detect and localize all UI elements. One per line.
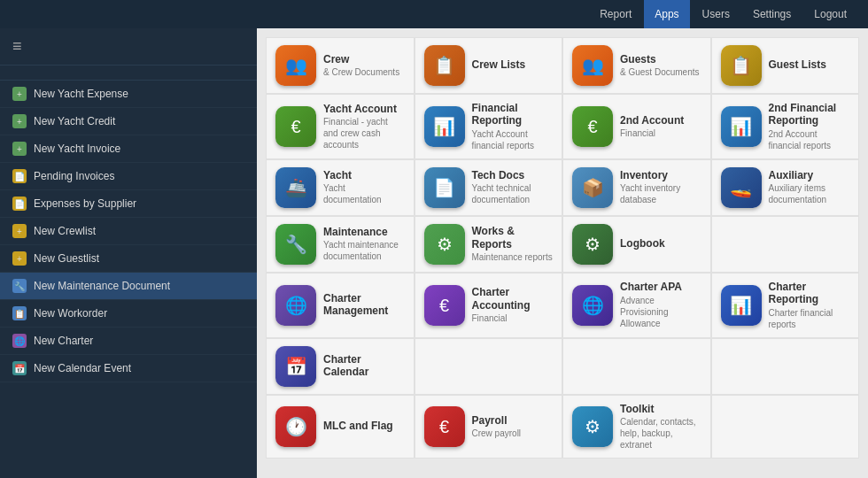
new-workorder-icon: 📋 bbox=[12, 306, 27, 320]
sidebar-item-new-yacht-expense[interactable]: + New Yacht Expense bbox=[0, 81, 257, 108]
app-item[interactable]: 📦 Inventory Yacht inventory database bbox=[562, 159, 711, 216]
app-icon-guests: 👥 bbox=[572, 45, 613, 86]
app-item[interactable]: € Payroll Crew payroll bbox=[415, 395, 563, 459]
app-text: Charter Calendar bbox=[323, 353, 405, 380]
app-icon-maintenance: 🔧 bbox=[275, 224, 316, 265]
app-icon-mlc-and-flag: 🕐 bbox=[275, 406, 316, 447]
new-maintenance-doc-icon: 🔧 bbox=[12, 279, 27, 293]
app-desc: Financial bbox=[620, 127, 701, 139]
app-item[interactable]: ⚙ Works & Reports Maintenance reports bbox=[415, 216, 563, 273]
sidebar-item-new-workorder[interactable]: 📋 New Workorder bbox=[0, 300, 257, 328]
app-desc: & Crew Documents bbox=[323, 66, 405, 78]
app-item[interactable]: ⚙ Logbook bbox=[562, 216, 711, 273]
app-icon-tech-docs: 📄 bbox=[424, 167, 465, 208]
nav-logout[interactable]: Logout bbox=[803, 0, 857, 28]
app-text: Crew Lists bbox=[472, 58, 554, 72]
app-text: Tech Docs Yacht technical documentation bbox=[472, 169, 554, 205]
app-text: Charter APA Advance Provisioning Allowan… bbox=[620, 281, 701, 328]
app-name: Charter Accounting bbox=[472, 286, 554, 312]
new-charter-icon: 🌐 bbox=[12, 334, 27, 348]
app-name: Tech Docs bbox=[472, 169, 554, 181]
apps-grid: 👥 Crew & Crew Documents 📋 Crew Lists 👥 G… bbox=[266, 37, 859, 459]
app-name: Auxiliary bbox=[769, 169, 850, 181]
app-name: Maintenance bbox=[323, 226, 405, 238]
app-item[interactable]: 📊 Charter Reporting Charter financial re… bbox=[711, 273, 860, 338]
app-item[interactable]: 🚤 Auxiliary Auxiliary items documentatio… bbox=[711, 159, 860, 216]
app-name: Guest Lists bbox=[769, 58, 850, 71]
app-item bbox=[711, 395, 860, 459]
app-item[interactable]: 📊 2nd Financial Reporting 2nd Account fi… bbox=[711, 94, 860, 159]
sidebar-item-label: New Maintenance Document bbox=[34, 280, 170, 292]
new-crewlist-icon: + bbox=[12, 224, 27, 238]
sidebar-item-label: Pending Invoices bbox=[34, 170, 114, 182]
app-text: Inventory Yacht inventory database bbox=[620, 169, 701, 205]
app-icon-auxiliary: 🚤 bbox=[721, 167, 762, 208]
app-name: Charter Calendar bbox=[323, 353, 405, 379]
app-desc: Financial bbox=[472, 312, 554, 324]
app-name: Yacht bbox=[323, 169, 405, 181]
app-item[interactable]: ⚙ Toolkit Calendar, contacts, help, back… bbox=[562, 395, 711, 459]
app-icon-charter-management: 🌐 bbox=[275, 285, 316, 326]
app-item[interactable]: 📅 Charter Calendar bbox=[266, 338, 415, 395]
app-item[interactable]: 📋 Crew Lists bbox=[415, 37, 563, 94]
app-item[interactable]: 📊 Financial Reporting Yacht Account fina… bbox=[415, 94, 563, 159]
sidebar-item-new-yacht-invoice[interactable]: + New Yacht Invoice bbox=[0, 135, 257, 163]
app-name: Charter APA bbox=[620, 281, 701, 293]
app-item[interactable]: 🚢 Yacht Yacht documentation bbox=[266, 159, 415, 216]
app-desc: Charter financial reports bbox=[769, 307, 850, 330]
app-name: Works & Reports bbox=[472, 225, 554, 251]
app-item[interactable]: 📋 Guest Lists bbox=[711, 37, 860, 94]
sidebar-item-new-yacht-credit[interactable]: + New Yacht Credit bbox=[0, 108, 257, 135]
sidebar-item-new-calendar-event[interactable]: 📅 New Calendar Event bbox=[0, 355, 257, 382]
content-area: 👥 Crew & Crew Documents 📋 Crew Lists 👥 G… bbox=[257, 28, 868, 478]
sidebar-item-label: New Yacht Expense bbox=[34, 88, 128, 100]
sidebar-item-pending-invoices[interactable]: 📄 Pending Invoices bbox=[0, 163, 257, 190]
app-item[interactable]: 📄 Tech Docs Yacht technical documentatio… bbox=[415, 159, 563, 216]
nav-users[interactable]: Users bbox=[692, 0, 740, 28]
sidebar-item-new-charter[interactable]: 🌐 New Charter bbox=[0, 328, 257, 355]
sidebar-item-new-maintenance-doc[interactable]: 🔧 New Maintenance Document bbox=[0, 273, 257, 300]
app-name: Toolkit bbox=[620, 403, 701, 415]
app-name: Yacht Account bbox=[323, 103, 405, 115]
app-item[interactable]: 🌐 Charter Management bbox=[266, 273, 415, 338]
app-name: Charter Reporting bbox=[769, 281, 850, 306]
app-item[interactable]: € Charter Accounting Financial bbox=[415, 273, 563, 338]
sidebar-item-new-crewlist[interactable]: + New Crewlist bbox=[0, 218, 257, 245]
app-item[interactable]: 🕐 MLC and Flag bbox=[266, 395, 415, 459]
nav-report[interactable]: Report bbox=[589, 0, 642, 28]
app-item[interactable]: € 2nd Account Financial bbox=[562, 94, 711, 159]
sidebar-item-label: New Calendar Event bbox=[34, 362, 131, 374]
app-text: MLC and Flag bbox=[323, 420, 405, 433]
app-desc: Yacht technical documentation bbox=[472, 182, 554, 205]
app-desc: Yacht Account financial reports bbox=[472, 128, 554, 151]
sidebar-item-label: New Yacht Invoice bbox=[34, 143, 120, 155]
nav-settings[interactable]: Settings bbox=[742, 0, 802, 28]
app-icon-works-&-reports: ⚙ bbox=[424, 224, 465, 265]
app-item[interactable]: € Yacht Account Financial - yacht and cr… bbox=[266, 94, 415, 159]
hamburger-menu[interactable]: ≡ bbox=[0, 28, 257, 66]
sidebar: ≡ + New Yacht Expense + New Yacht Credit… bbox=[0, 28, 257, 478]
app-item[interactable]: 👥 Crew & Crew Documents bbox=[266, 37, 415, 94]
sidebar-item-expenses-by-supplier[interactable]: 📄 Expenses by Supplier bbox=[0, 190, 257, 218]
nav-bar: Report Apps Users Settings Logout bbox=[589, 0, 857, 28]
app-icon-guest-lists: 📋 bbox=[721, 45, 762, 86]
app-item[interactable]: 🔧 Maintenance Yacht maintenance document… bbox=[266, 216, 415, 273]
app-icon-charter-calendar: 📅 bbox=[275, 346, 316, 387]
app-desc: Yacht inventory database bbox=[620, 182, 701, 205]
app-desc: Crew payroll bbox=[472, 428, 554, 439]
app-text: Yacht Account Financial - yacht and crew… bbox=[323, 103, 405, 150]
app-name: Financial Reporting bbox=[472, 102, 554, 127]
app-item[interactable]: 👥 Guests & Guest Documents bbox=[562, 37, 711, 94]
app-item[interactable]: 🌐 Charter APA Advance Provisioning Allow… bbox=[562, 273, 711, 338]
sidebar-item-label: New Charter bbox=[34, 335, 93, 347]
pending-invoices-icon: 📄 bbox=[12, 169, 27, 183]
nav-apps[interactable]: Apps bbox=[644, 0, 689, 28]
app-text: Guest Lists bbox=[769, 58, 850, 72]
app-item bbox=[415, 338, 563, 395]
app-text: Logbook bbox=[620, 237, 701, 251]
app-name: Logbook bbox=[620, 237, 701, 250]
sidebar-item-new-guestlist[interactable]: + New Guestlist bbox=[0, 245, 257, 273]
sidebar-item-label: New Workorder bbox=[34, 307, 107, 320]
app-item bbox=[562, 338, 711, 395]
app-text: Charter Accounting Financial bbox=[472, 286, 554, 324]
